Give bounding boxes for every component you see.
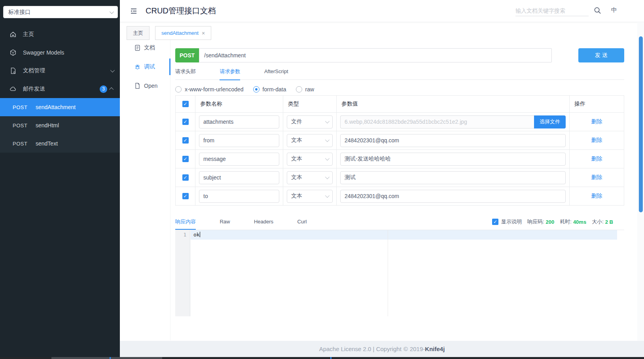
chevron-down-icon — [110, 68, 115, 72]
param-name-input[interactable] — [199, 171, 279, 184]
param-type-select[interactable]: 文本 — [287, 134, 333, 147]
tab-response-raw[interactable]: Raw — [220, 215, 230, 228]
table-row: ✓ 文本 删除 — [176, 187, 624, 205]
row-checkbox[interactable]: ✓ — [182, 156, 189, 162]
vertical-scrollbar-track[interactable] — [637, 22, 644, 341]
param-value-input[interactable] — [340, 171, 566, 184]
search-input[interactable] — [515, 5, 589, 16]
file-value-input[interactable] — [340, 115, 534, 128]
choose-file-button[interactable]: 选择文件 — [534, 115, 566, 128]
param-value-input[interactable] — [340, 190, 566, 203]
param-name-input[interactable] — [199, 115, 279, 128]
sidebar-item-mail-send[interactable]: 邮件发送 3 — [0, 80, 120, 98]
param-value-input[interactable] — [340, 153, 566, 166]
status-code-value: 200 — [546, 219, 555, 225]
chevron-down-icon — [325, 156, 330, 161]
debug-bug-icon — [134, 64, 140, 70]
tab-response-headers[interactable]: Headers — [254, 215, 273, 228]
text-caret — [200, 232, 200, 237]
sidebar-subitem-sendtext[interactable]: POST sendText — [0, 134, 120, 153]
row-checkbox[interactable]: ✓ — [182, 193, 189, 199]
vertical-scrollbar-thumb[interactable] — [639, 36, 643, 212]
row-checkbox[interactable]: ✓ — [182, 137, 189, 144]
col-header-action: 操作 — [570, 96, 624, 112]
sidebar-subitem-sendhtml[interactable]: POST sendHtml — [0, 116, 120, 134]
request-url-input[interactable] — [199, 48, 552, 62]
param-type-select[interactable]: 文本 — [287, 153, 333, 166]
sidebar-item-swagger-models[interactable]: Swagger Models — [0, 43, 120, 62]
editor-content: ok — [193, 230, 200, 240]
response-editor[interactable]: 1 ok — [175, 230, 617, 316]
show-description-label[interactable]: 显示说明 — [501, 218, 522, 225]
tab-label: sendAttachment — [161, 30, 199, 36]
doc-icon — [134, 45, 140, 51]
endpoint-name: sendHtml — [36, 122, 59, 128]
param-name-input[interactable] — [199, 134, 279, 147]
col-header-value: 参数值 — [337, 96, 570, 112]
mini-nav-debug[interactable]: 调试 — [120, 57, 170, 76]
tab-afterscript[interactable]: AfterScript — [264, 68, 288, 79]
col-header-name: 参数名称 — [195, 96, 283, 112]
param-type-select[interactable]: 文本 — [287, 171, 333, 184]
mail-send-submenu: POST sendAttachment POST sendHtml POST s… — [0, 98, 120, 153]
show-description-checkbox[interactable]: ✓ — [492, 219, 498, 225]
mini-nav-label: Open — [144, 83, 157, 89]
send-button[interactable]: 发 送 — [578, 48, 624, 62]
param-name-input[interactable] — [199, 153, 279, 166]
editor-ruler-line — [388, 230, 388, 316]
horizontal-scrollbar-thumb[interactable] — [51, 357, 162, 359]
tab-request-headers[interactable]: 请求头部 — [175, 68, 196, 79]
chevron-down-icon — [110, 9, 114, 13]
response-status-bar: ✓ 显示说明 响应码: 200 耗时: 40ms 大小: 2 B — [492, 218, 613, 225]
mini-nav-label: 文档 — [144, 44, 155, 51]
scrollbar-marker — [110, 357, 111, 359]
editor-active-line — [191, 230, 617, 240]
footer-brand: Knife4j — [425, 346, 445, 352]
collapse-menu-icon[interactable] — [129, 7, 138, 15]
mini-nav-open[interactable]: Open — [120, 76, 170, 95]
table-header-row: ✓ 参数名称 类型 参数值 操作 — [176, 96, 624, 112]
radio-form-data[interactable]: form-data — [253, 86, 286, 93]
tab-response-curl[interactable]: Curl — [297, 215, 307, 228]
row-checkbox[interactable]: ✓ — [182, 119, 189, 125]
sidebar-item-label: Swagger Models — [23, 49, 64, 56]
select-value: 文本 — [291, 137, 302, 144]
param-type-select[interactable]: 文本 — [287, 190, 333, 203]
delete-row-link[interactable]: 删除 — [591, 193, 602, 200]
tab-request-params[interactable]: 请求参数 — [220, 68, 240, 80]
close-icon[interactable]: × — [202, 30, 205, 36]
sidebar-item-home[interactable]: 主页 — [0, 25, 120, 43]
delete-row-link[interactable]: 删除 — [591, 137, 602, 144]
time-value: 40ms — [573, 219, 586, 225]
api-group-select[interactable]: 标准接口 — [3, 6, 118, 18]
param-type-select[interactable]: 文件 — [287, 115, 333, 128]
select-all-checkbox[interactable]: ✓ — [182, 101, 189, 107]
sidebar-subitem-sendattachment[interactable]: POST sendAttachment — [0, 98, 120, 116]
sidebar-item-label: 主页 — [23, 31, 34, 38]
tab-sendattachment[interactable]: sendAttachment × — [155, 26, 211, 40]
language-toggle[interactable]: 中 — [611, 6, 617, 14]
http-method-tag: POST — [175, 48, 199, 62]
mini-nav-doc[interactable]: 文档 — [120, 38, 170, 57]
delete-row-link[interactable]: 删除 — [591, 174, 602, 181]
method-tag: POST — [13, 104, 31, 110]
param-value-input[interactable] — [340, 134, 566, 147]
tab-response-content[interactable]: 响应内容 — [175, 214, 196, 230]
delete-row-link[interactable]: 删除 — [591, 155, 602, 162]
size-value: 2 B — [605, 219, 613, 225]
radio-icon — [296, 86, 302, 93]
status-code-label: 响应码: — [527, 218, 544, 225]
param-name-input[interactable] — [199, 190, 279, 203]
sidebar-item-doc-manage[interactable]: 文档管理 — [0, 62, 120, 80]
tab-home[interactable]: 主页 — [127, 26, 150, 40]
line-number: 1 — [175, 230, 190, 240]
radio-x-www-form-urlencoded[interactable]: x-www-form-urlencoded — [175, 86, 244, 93]
search-icon[interactable] — [594, 7, 601, 14]
radio-raw[interactable]: raw — [296, 86, 314, 93]
horizontal-scrollbar-track[interactable] — [0, 357, 644, 359]
footer-year: 2019- — [410, 346, 425, 352]
time-label: 耗时: — [560, 218, 572, 225]
row-checkbox[interactable]: ✓ — [182, 174, 189, 181]
radio-icon-selected — [253, 86, 259, 93]
delete-row-link[interactable]: 删除 — [591, 118, 602, 125]
